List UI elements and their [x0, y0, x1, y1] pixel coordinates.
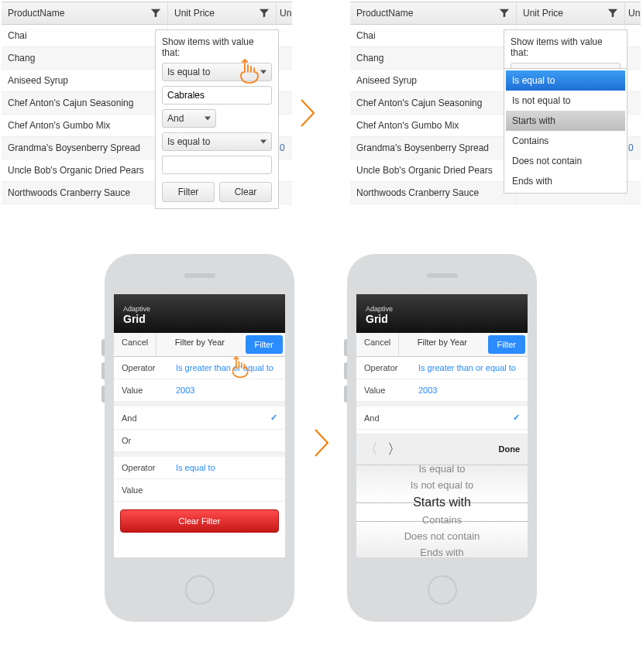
- header-unitprice[interactable]: Unit Price: [517, 2, 625, 24]
- header-label: ProductName: [356, 8, 413, 19]
- cell-productname: Chai: [2, 25, 168, 46]
- dropdown-option[interactable]: Does not contain: [506, 151, 625, 171]
- cell-clipped: [277, 159, 292, 181]
- cell-productname: Chef Anton's Cajun Seasoning: [350, 92, 517, 114]
- select-value: And: [167, 113, 184, 124]
- cell-productname: Northwoods Cranberry Sauce: [350, 182, 517, 204]
- row-label: Value: [122, 485, 176, 495]
- logic-or-row[interactable]: Or: [114, 430, 285, 452]
- header-unitprice[interactable]: Unit Price: [168, 2, 277, 24]
- header-title: Grid: [123, 313, 276, 325]
- chevron-down-icon: [205, 117, 211, 121]
- picker-done-button[interactable]: Done: [499, 444, 521, 454]
- header-clipped: Unit: [625, 2, 641, 24]
- select-value: Is equal to: [167, 136, 210, 147]
- cancel-button[interactable]: Cancel: [356, 333, 399, 356]
- toolbar-title: Filter by Year: [399, 333, 485, 356]
- cell-productname: Chef Anton's Cajun Seasoning: [2, 92, 168, 114]
- picker-prev-icon[interactable]: 〈: [364, 440, 378, 458]
- cell-productname: Chef Anton's Gumbo Mix: [2, 115, 168, 136]
- dropdown-option[interactable]: Starts with: [506, 111, 625, 131]
- app-header: Adaptive Grid: [114, 294, 285, 333]
- row-label: Value: [122, 386, 176, 395]
- value2-row[interactable]: Value: [114, 479, 285, 502]
- cell-clipped: [625, 159, 641, 181]
- cell-clipped: [625, 70, 641, 91]
- cell-productname: Grandma's Boysenberry Spread: [350, 137, 517, 159]
- row-value: Is equal to: [176, 463, 215, 472]
- cell-clipped: [625, 25, 641, 46]
- filter-op2-select[interactable]: Is equal to: [162, 132, 272, 151]
- cell-productname: Chang: [2, 47, 168, 69]
- picker-option[interactable]: Starts with: [356, 493, 528, 512]
- cancel-button[interactable]: Cancel: [114, 333, 156, 356]
- header-label: ProductName: [8, 8, 64, 19]
- logic-and-row[interactable]: And: [114, 406, 285, 430]
- operator2-row[interactable]: OperatorIs equal to: [114, 457, 285, 479]
- cell-productname: Chai: [350, 25, 517, 46]
- cell-productname: Chang: [350, 47, 517, 69]
- header-title: Grid: [366, 313, 518, 325]
- phone-left: Adaptive Grid Cancel Filter by Year Filt…: [105, 254, 294, 622]
- header-label: Unit Price: [174, 8, 215, 19]
- row-value: Is greater than or equal to: [418, 363, 516, 372]
- picker-option[interactable]: Is equal to: [356, 465, 528, 477]
- arrow-right-icon: [313, 427, 330, 458]
- cell-clipped: 0: [625, 137, 641, 159]
- cell-clipped: [625, 115, 641, 136]
- cell-clipped: [277, 182, 292, 204]
- row-label: Value: [364, 386, 418, 395]
- phone-screen: Adaptive Grid Cancel Filter by Year Filt…: [356, 294, 528, 557]
- toolbar-title: Filter by Year: [156, 333, 242, 356]
- dropdown-option[interactable]: Is equal to: [506, 70, 625, 91]
- filter-icon[interactable]: [259, 8, 270, 19]
- phone-screen: Adaptive Grid Cancel Filter by Year Filt…: [114, 294, 285, 557]
- header-label: Unit: [280, 8, 292, 19]
- cell-productname: Uncle Bob's Organic Dried Pears: [2, 159, 168, 181]
- header-productname[interactable]: ProductName: [2, 2, 168, 24]
- filter-value1-input[interactable]: [162, 86, 272, 105]
- filter-toolbar: Cancel Filter by Year Filter: [356, 333, 528, 357]
- cell-productname: Chef Anton's Gumbo Mix: [350, 115, 517, 136]
- clear-filter-button[interactable]: Clear Filter: [120, 509, 279, 533]
- logic-and-row[interactable]: And: [356, 406, 528, 430]
- picker-option[interactable]: Contains: [356, 512, 528, 528]
- picker-option[interactable]: Does not contain: [356, 528, 528, 544]
- select-value: Is equal to: [167, 67, 210, 77]
- picker-option[interactable]: Is not equal to: [356, 477, 528, 493]
- filter-clear-button[interactable]: Clear: [219, 182, 272, 202]
- value1-row[interactable]: Value2003: [356, 379, 528, 402]
- filter-apply-button[interactable]: Filter: [162, 182, 215, 202]
- header-clipped: Unit: [277, 2, 292, 24]
- row-label: Operator: [122, 463, 176, 472]
- picker-option[interactable]: Ends with: [356, 544, 528, 557]
- filter-op1-dropdown[interactable]: Is equal toIs not equal toStarts withCon…: [504, 68, 628, 194]
- filter-icon[interactable]: [150, 8, 161, 19]
- row-value: Is greater than or equal to: [176, 363, 273, 372]
- cell-productname: Northwoods Cranberry Sauce: [2, 182, 168, 204]
- row-value: 2003: [418, 386, 437, 395]
- cell-clipped: 0: [277, 137, 292, 159]
- phone-right: Adaptive Grid Cancel Filter by Year Filt…: [347, 254, 537, 622]
- grid-header: ProductName Unit Price Unit: [2, 2, 292, 25]
- header-productname[interactable]: ProductName: [350, 2, 517, 24]
- filter-value2-input[interactable]: [162, 156, 272, 174]
- picker-wheel[interactable]: Is equal toIs not equal toStarts withCon…: [356, 465, 528, 557]
- filter-icon[interactable]: [607, 8, 618, 19]
- filter-logic-select[interactable]: And: [162, 109, 216, 128]
- filter-button[interactable]: Filter: [488, 335, 525, 354]
- filter-button[interactable]: Filter: [246, 335, 283, 354]
- operator1-row[interactable]: OperatorIs greater than or equal to: [114, 357, 285, 379]
- dropdown-option[interactable]: Is not equal to: [506, 91, 625, 111]
- dropdown-option[interactable]: Ends with: [506, 171, 625, 191]
- header-small: Adaptive: [366, 305, 518, 313]
- row-label: And: [364, 413, 418, 423]
- dropdown-option[interactable]: Contains: [506, 131, 625, 151]
- cell-productname: Uncle Bob's Organic Dried Pears: [350, 159, 517, 181]
- filter-menu-title: Show items with value that:: [162, 36, 272, 58]
- operator1-row[interactable]: OperatorIs greater than or equal to: [356, 357, 528, 379]
- filter-icon[interactable]: [499, 8, 510, 19]
- picker-next-icon[interactable]: 〉: [387, 440, 401, 458]
- value1-row[interactable]: Value2003: [114, 379, 285, 402]
- cell-clipped: [277, 47, 292, 69]
